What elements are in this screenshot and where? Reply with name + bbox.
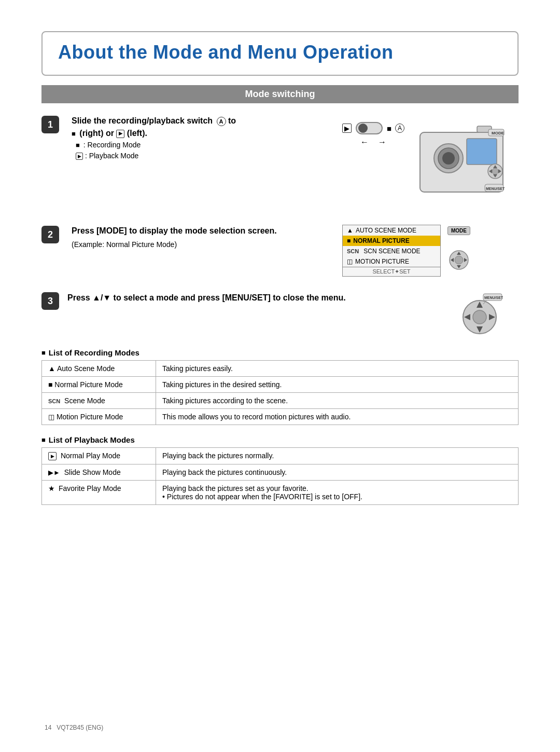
recording-mode-desc-2: Taking pictures in the desired setting. bbox=[156, 377, 519, 393]
menu-item-motion: ◫ MOTION PICTURE bbox=[343, 256, 440, 267]
play-box-table-icon: ▶ bbox=[48, 452, 57, 460]
scn-icon: SCN bbox=[347, 248, 359, 254]
circle-a-label: A bbox=[395, 124, 404, 133]
table-row: ■ Normal Picture Mode Taking pictures in… bbox=[42, 377, 519, 393]
recording-mode-name-2: ■ Normal Picture Mode bbox=[42, 377, 156, 393]
svg-point-23 bbox=[473, 310, 486, 324]
scn-table-icon: SCN bbox=[48, 398, 60, 404]
version-label: VQT2B45 (ENG) bbox=[57, 724, 103, 731]
step-3-row: 3 Press ▲/▼ to select a mode and press [… bbox=[41, 291, 519, 338]
page: About the Mode and Menu Operation Mode s… bbox=[0, 0, 560, 752]
playback-mode-name-2: ▶► Slide Show Mode bbox=[42, 464, 156, 481]
recording-mode-desc-4: This mode allows you to record motion pi… bbox=[156, 409, 519, 425]
camera-body-diagram: MODE MENU/SET bbox=[410, 117, 519, 210]
playback-mode-name-1: ▶ Normal Play Mode bbox=[42, 448, 156, 464]
svg-text:MENU/SET: MENU/SET bbox=[486, 187, 505, 190]
auto-scene-label: AUTO SCENE MODE bbox=[356, 227, 416, 234]
section-header: Mode switching bbox=[41, 85, 519, 103]
title-box: About the Mode and Menu Operation bbox=[41, 31, 519, 76]
play-arrow-icon: ▶ bbox=[342, 124, 352, 133]
mode-menu-footer: SELECT✦SET bbox=[343, 267, 440, 276]
svg-point-3 bbox=[442, 152, 455, 165]
step-3-heading: Press ▲/▼ to select a mode and press [ME… bbox=[67, 291, 346, 303]
step-2-sub: (Example: Normal Picture Mode) bbox=[72, 239, 330, 250]
step-2-image: ▲ AUTO SCENE MODE ■ NORMAL PICTURE SCN S… bbox=[342, 225, 519, 277]
motion-picture-label: MOTION PICTURE bbox=[355, 258, 409, 265]
step-1-heading: Slide the recording/playback switch A Sl… bbox=[72, 115, 330, 127]
recording-mode-name-3: SCN Scene Mode bbox=[42, 393, 156, 409]
page-title: About the Mode and Menu Operation bbox=[58, 42, 502, 63]
playback-modes-table: ▶ Normal Play Mode Playing back the pict… bbox=[41, 447, 519, 505]
mode-button-label: MODE bbox=[447, 226, 470, 235]
switch-slider bbox=[356, 122, 383, 134]
svg-rect-4 bbox=[467, 139, 497, 165]
page-footer: 14 VQT2B45 (ENG) bbox=[41, 723, 103, 731]
menu-item-normal-picture: ■ NORMAL PICTURE bbox=[343, 236, 440, 246]
film-icon: ◫ bbox=[347, 258, 353, 265]
recording-mode-desc-3: Taking pictures according to the scene. bbox=[156, 393, 519, 409]
menu-item-auto-scene: ▲ AUTO SCENE MODE bbox=[343, 225, 440, 236]
play-box-icon: ▶ bbox=[116, 130, 124, 138]
step-1-text: Slide the recording/playback switch A Sl… bbox=[72, 115, 330, 161]
playback-box-icon: ▶ bbox=[76, 153, 83, 160]
film-table-icon: ◫ bbox=[48, 413, 54, 421]
slideshow-icon: ▶► bbox=[48, 469, 60, 476]
step-3-left: 3 Press ▲/▼ to select a mode and press [… bbox=[41, 291, 433, 310]
mode-menu-box: ▲ AUTO SCENE MODE ■ NORMAL PICTURE SCN S… bbox=[342, 225, 441, 277]
step-1-image: ▶ ■ A ← → bbox=[342, 115, 519, 210]
svg-point-11 bbox=[492, 168, 498, 174]
recording-modes-heading: List of Recording Modes bbox=[41, 348, 519, 357]
normal-picture-label: NORMAL PICTURE bbox=[353, 237, 409, 244]
step-3-number: 3 bbox=[41, 292, 59, 310]
step-1-number: 1 bbox=[41, 116, 59, 133]
dpad-step3-svg: MENU/SET bbox=[456, 291, 503, 338]
step-2-text: Press [MODE] to display the mode selecti… bbox=[72, 225, 330, 250]
table-row: ▶► Slide Show Mode Playing back the pict… bbox=[42, 464, 519, 481]
step-1-heading2: ■ (right) or ▶ (left). bbox=[72, 127, 330, 140]
camera-svg: MODE MENU/SET bbox=[410, 117, 513, 208]
svg-point-17 bbox=[455, 256, 463, 264]
step-3-dpad: MENU/SET bbox=[456, 291, 519, 338]
step-2-number: 2 bbox=[41, 226, 59, 243]
playback-modes-heading: List of Playback Modes bbox=[41, 435, 519, 444]
scn-scene-label: SCN SCENE MODE bbox=[363, 248, 420, 255]
dpad-mini-svg bbox=[446, 239, 472, 276]
mode-menu-diagram: ▲ AUTO SCENE MODE ■ NORMAL PICTURE SCN S… bbox=[342, 225, 519, 277]
step-2-heading: Press [MODE] to display the mode selecti… bbox=[72, 225, 330, 237]
right-arrow-icon: → bbox=[378, 138, 386, 147]
table-row: ★ Favorite Play Mode Playing back the pi… bbox=[42, 481, 519, 505]
square-record-icon: ■ bbox=[48, 380, 52, 389]
table-row: ▶ Normal Play Mode Playing back the pict… bbox=[42, 448, 519, 464]
step-1-row: 1 Slide the recording/playback switch A … bbox=[41, 115, 519, 210]
playback-mode-desc-1: Playing back the pictures normally. bbox=[156, 448, 519, 464]
circle-a-icon: A bbox=[217, 117, 226, 126]
step-2-row: 2 Press [MODE] to display the mode selec… bbox=[41, 225, 519, 277]
menu-item-scn: SCN SCN SCENE MODE bbox=[343, 246, 440, 256]
record-square-icon: ■ bbox=[387, 124, 391, 133]
left-arrow-icon: ← bbox=[360, 138, 369, 147]
recording-modes-table: ▲ Auto Scene Mode Taking pictures easily… bbox=[41, 360, 519, 425]
square-icon: ■ bbox=[347, 237, 351, 244]
svg-text:MENU/SET: MENU/SET bbox=[484, 296, 503, 299]
recording-modes-section: List of Recording Modes ▲ Auto Scene Mod… bbox=[41, 348, 519, 425]
playback-modes-section: List of Playback Modes ▶ Normal Play Mod… bbox=[41, 435, 519, 505]
step-1-item2: ▶ : Playback Mode bbox=[76, 151, 330, 161]
table-row: SCN Scene Mode Taking pictures according… bbox=[42, 393, 519, 409]
table-row: ▲ Auto Scene Mode Taking pictures easily… bbox=[42, 361, 519, 377]
recording-mode-desc-1: Taking pictures easily. bbox=[156, 361, 519, 377]
recording-mode-name-4: ◫ Motion Picture Mode bbox=[42, 409, 156, 425]
triangle-icon: ▲ bbox=[347, 227, 353, 234]
playback-mode-desc-3: Playing back the pictures set as your fa… bbox=[156, 481, 519, 505]
step-1-item1: ■ : Recording Mode bbox=[76, 140, 330, 151]
star-icon: ★ bbox=[48, 484, 55, 493]
camera-record-icon: ■ bbox=[72, 129, 76, 139]
switch-knob bbox=[358, 124, 368, 133]
page-number: 14 bbox=[45, 724, 51, 731]
menu-controls: MODE bbox=[446, 226, 472, 276]
svg-text:MODE: MODE bbox=[492, 131, 505, 135]
playback-mode-desc-2: Playing back the pictures continuously. bbox=[156, 464, 519, 481]
triangle-up-icon: ▲ bbox=[48, 364, 55, 373]
recording-mode-name-1: ▲ Auto Scene Mode bbox=[42, 361, 156, 377]
playback-mode-name-3: ★ Favorite Play Mode bbox=[42, 481, 156, 505]
table-row: ◫ Motion Picture Mode This mode allows y… bbox=[42, 409, 519, 425]
